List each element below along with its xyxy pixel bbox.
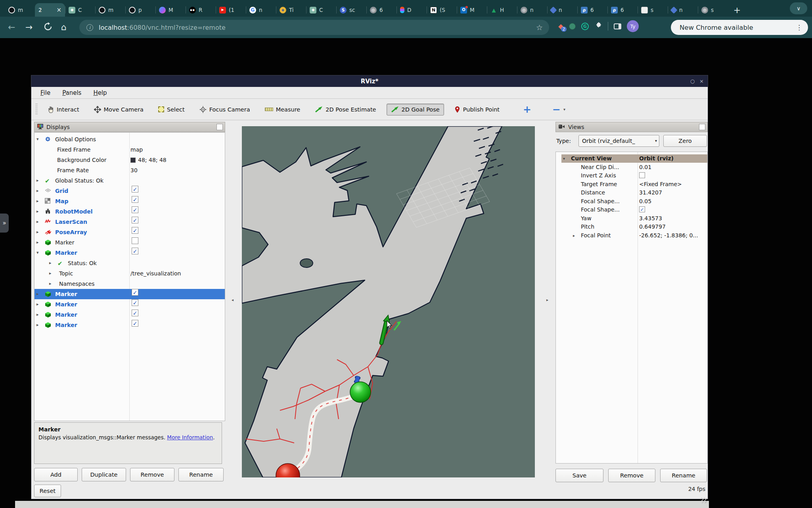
row-value[interactable]: 0.01 [639, 163, 651, 171]
visibility-checkbox[interactable]: ✓ [132, 196, 138, 203]
browser-tab[interactable]: ρ6 [607, 3, 638, 17]
view-property-focal-point[interactable]: ▸Focal Point-26.652; -1.8386; 0... [556, 231, 707, 240]
tool-−[interactable]: −▾ [550, 103, 567, 115]
browser-tab[interactable]: Ssc [336, 3, 366, 17]
toolbar-handle[interactable] [35, 104, 38, 115]
browser-tab[interactable]: n [547, 3, 577, 17]
forward-button[interactable]: → [25, 21, 33, 34]
view-property-current-view[interactable]: ▾Current ViewOrbit (rviz) [556, 154, 707, 163]
browser-tab[interactable]: D [396, 3, 427, 17]
new-tab-button[interactable]: + [730, 3, 744, 17]
expander-closed-icon[interactable]: ▸ [36, 196, 39, 206]
menu-panels[interactable]: Panels [56, 89, 87, 96]
browser-tab[interactable]: ⊕6 [366, 3, 396, 17]
more-information-link[interactable]: More Information [167, 434, 213, 441]
view-property-target-frame[interactable]: Target Frame<Fixed Frame> [556, 180, 707, 189]
browser-tab[interactable]: ⊕s [698, 3, 728, 17]
browser-tab[interactable]: OM [457, 3, 487, 17]
expander-closed-icon[interactable]: ▸ [36, 289, 39, 299]
visibility-checkbox[interactable]: ✓ [132, 320, 138, 327]
visibility-checkbox[interactable]: ✓ [132, 227, 138, 234]
row-value[interactable]: -26.652; -1.8386; 0... [639, 231, 698, 240]
expander-open-icon[interactable]: ▾ [36, 248, 39, 258]
window-titlebar[interactable]: RViz* ○ × [31, 75, 708, 87]
display-row-robotmodel[interactable]: ▸RobotModel✓ [34, 206, 225, 217]
tool-2d-pose-estimate[interactable]: 2D Pose Estimate [310, 104, 380, 115]
expander-closed-icon[interactable]: ▸ [36, 310, 39, 320]
visibility-checkbox[interactable] [132, 237, 138, 244]
panel-float-button[interactable] [216, 124, 223, 130]
browser-tab[interactable]: Gn [246, 3, 276, 17]
visibility-checkbox[interactable]: ✓ [132, 299, 138, 306]
row-value[interactable]: 30 [130, 165, 138, 175]
remove-button[interactable]: Remove [608, 469, 655, 482]
display-row-posearray[interactable]: ▸PoseArray✓ [34, 227, 225, 237]
browser-tab[interactable]: n [668, 3, 698, 17]
row-value[interactable]: <Fixed Frame> [639, 180, 682, 189]
grammarly-icon[interactable]: G [581, 23, 589, 30]
views-panel-header[interactable]: Views [555, 122, 708, 132]
tab-search-chevron-icon[interactable]: ∨ [790, 2, 807, 14]
display-row-marker[interactable]: ▸Marker✓ [34, 310, 225, 320]
tool-2d-goal-pose[interactable]: 2D Goal Pose [387, 104, 444, 115]
browser-tab[interactable]: ⊕n [517, 3, 547, 17]
collapse-left-icon[interactable]: ◂ [232, 298, 234, 302]
display-row-marker[interactable]: ▸Marker✓ [34, 289, 225, 299]
browser-tab[interactable]: N(S [427, 3, 457, 17]
remove-button[interactable]: Remove [130, 468, 174, 481]
reset-button[interactable]: Reset [34, 485, 61, 497]
row-value[interactable]: 3.43573 [639, 214, 662, 223]
display-row-grid[interactable]: ▸Grid✓ [34, 186, 225, 196]
back-button[interactable]: ← [8, 21, 15, 34]
menu-help[interactable]: Help [87, 89, 113, 96]
tab-close-icon[interactable]: × [56, 6, 61, 13]
expander-closed-icon[interactable]: ▸ [36, 217, 39, 227]
browser-menu-icon[interactable]: ⋮ [796, 23, 802, 31]
collapse-right-icon[interactable]: ▸ [546, 298, 548, 302]
view-property-yaw[interactable]: Yaw3.43573 [556, 214, 707, 223]
display-row-frame-rate[interactable]: Frame Rate30 [34, 165, 225, 175]
expander-closed-icon[interactable]: ▸ [49, 279, 52, 289]
view-property-distance[interactable]: Distance31.4207 [556, 189, 707, 197]
browser-tab[interactable]: ▲H [487, 3, 517, 17]
tool-+[interactable]: + [521, 103, 533, 115]
browser-tab[interactable]: ▶(1 [216, 3, 246, 17]
expander-closed-icon[interactable]: ▸ [36, 206, 39, 217]
duplicate-button[interactable]: Duplicate [82, 468, 126, 481]
visibility-checkbox[interactable]: ✓ [132, 248, 138, 254]
view-property-near-clip-di-[interactable]: Near Clip Di...0.01 [556, 163, 707, 171]
site-info-icon[interactable]: i [86, 24, 93, 31]
display-row-global-options[interactable]: ▾Global Options [34, 134, 225, 144]
display-row-namespaces[interactable]: ▸Namespaces [34, 279, 225, 289]
tool-focus-camera[interactable]: Focus Camera [195, 103, 255, 116]
property-checkbox[interactable] [639, 172, 645, 178]
3d-viewport[interactable] [242, 126, 535, 477]
browser-tab[interactable]: m [95, 3, 125, 17]
home-button[interactable]: ⌂ [61, 21, 67, 34]
view-property-pitch[interactable]: Pitch0.649797 [556, 223, 707, 231]
browser-tab[interactable]: ◈Ti [276, 3, 306, 17]
display-row-marker[interactable]: ▸Marker✓ [34, 299, 225, 310]
visibility-checkbox[interactable]: ✓ [132, 289, 138, 296]
expander-open-icon[interactable]: ▾ [36, 134, 39, 144]
browser-tab[interactable]: M [155, 3, 186, 17]
row-value[interactable]: 48; 48; 48 [130, 155, 167, 165]
expander-closed-icon[interactable]: ▸ [36, 227, 39, 237]
panel-float-button[interactable] [699, 124, 705, 130]
row-value[interactable]: map [130, 144, 143, 155]
display-row-fixed-frame[interactable]: Fixed Framemap [34, 144, 225, 155]
novnc-control-handle[interactable]: » [0, 214, 9, 233]
display-row-background-color[interactable]: Background Color48; 48; 48 [34, 155, 225, 165]
row-value[interactable]: 0.05 [639, 197, 651, 206]
chrome-update-button[interactable]: New Chrome available ⋮ [671, 20, 808, 35]
browser-tab[interactable]: s [638, 3, 668, 17]
profile-avatar[interactable]: Ty [627, 20, 639, 32]
browser-tab[interactable]: 2× [35, 3, 65, 17]
rename-button[interactable]: Rename [660, 469, 707, 482]
view-property-focal-shape-[interactable]: Focal Shape...0.05 [556, 197, 707, 206]
expander-open-icon[interactable]: ▾ [563, 154, 565, 163]
expander-closed-icon[interactable]: ▸ [36, 320, 39, 330]
expander-closed-icon[interactable]: ▸ [36, 186, 39, 196]
browser-tab[interactable]: ●●R [186, 3, 216, 17]
add-button[interactable]: Add [34, 468, 78, 481]
